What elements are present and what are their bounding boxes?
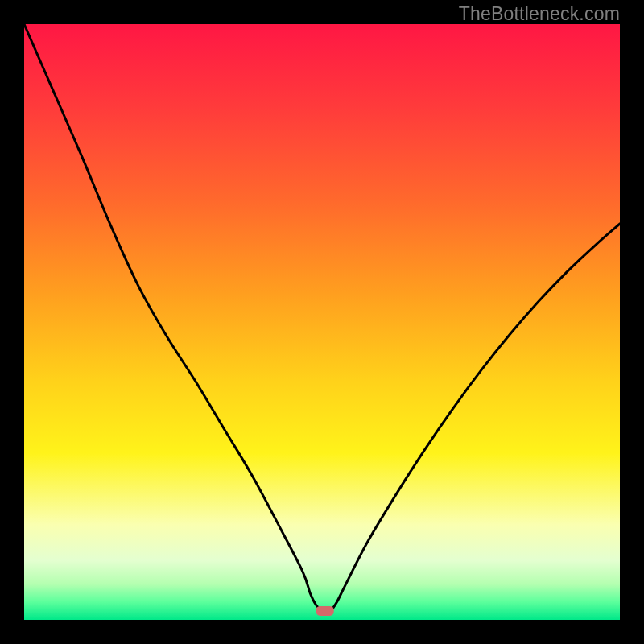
chart-frame: TheBottleneck.com: [0, 0, 644, 644]
chart-canvas: [24, 24, 620, 620]
gradient-background: [24, 24, 620, 620]
watermark-text: TheBottleneck.com: [459, 3, 620, 25]
plot-area: [24, 24, 620, 620]
minimum-marker: [316, 606, 334, 616]
